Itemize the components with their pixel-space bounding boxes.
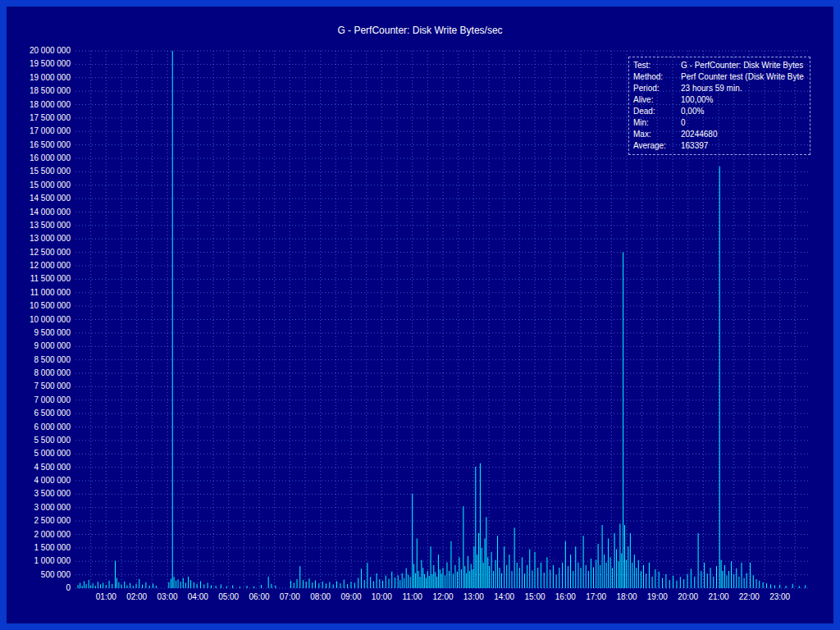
x-axis-label: 09:00 <box>340 592 361 601</box>
y-axis-label: 5 500 000 <box>34 436 71 445</box>
x-axis-label: 20:00 <box>678 592 698 601</box>
y-axis-label: 8 500 000 <box>34 355 71 364</box>
y-axis-label: 19 000 000 <box>30 73 71 82</box>
y-axis-label: 16 000 000 <box>30 153 71 162</box>
y-axis-label: 19 500 000 <box>30 59 71 68</box>
y-axis-label: 13 000 000 <box>30 234 71 243</box>
x-axis-label: 18:00 <box>616 592 637 601</box>
x-axis-label: 02:00 <box>126 592 147 601</box>
x-axis-label: 16:00 <box>555 592 576 601</box>
legend-row-value: 0,00% <box>681 106 806 117</box>
graph-window: 0500 0001 000 0001 500 0002 000 0002 500… <box>0 0 840 630</box>
x-axis-label: 13:00 <box>463 592 484 601</box>
legend-row: Alive:100,00% <box>633 94 806 106</box>
legend-row-value: 163397 <box>681 140 806 152</box>
legend-row-label: Dead: <box>633 106 681 117</box>
y-axis-label: 4 000 000 <box>34 476 71 485</box>
x-axis-label: 12:00 <box>432 592 453 601</box>
y-axis-label: 8 000 000 <box>34 368 71 377</box>
x-axis-label: 06:00 <box>249 592 269 601</box>
y-axis-label: 6 500 000 <box>34 409 71 418</box>
y-axis-label: 7 500 000 <box>34 381 71 390</box>
y-axis-label: 10 500 000 <box>30 301 71 310</box>
y-axis-label: 12 000 000 <box>30 261 71 270</box>
legend-row: Max:20244680 <box>633 129 806 140</box>
y-axis-label: 0 <box>66 583 71 592</box>
legend-row-value: 100,00% <box>681 94 806 106</box>
y-axis-label: 6 000 000 <box>34 422 71 431</box>
legend-row-label: Average: <box>633 140 681 152</box>
y-axis-label: 1 500 000 <box>34 543 71 552</box>
x-axis-label: 05:00 <box>218 592 239 601</box>
y-axis-label: 5 000 000 <box>34 449 71 458</box>
legend-row-label: Alive: <box>633 94 681 106</box>
legend-row: Test:G - PerfCounter: Disk Write Bytes <box>633 60 806 71</box>
y-axis-label: 15 000 000 <box>30 180 71 189</box>
y-axis-label: 3 000 000 <box>34 503 71 512</box>
y-axis-label: 3 500 000 <box>34 489 71 498</box>
y-axis-label: 13 500 000 <box>30 221 71 230</box>
y-axis-label: 15 500 000 <box>30 167 71 176</box>
legend-box: Test:G - PerfCounter: Disk Write BytesMe… <box>628 57 810 155</box>
x-axis-label: 07:00 <box>280 592 300 601</box>
legend-row: Method:Perf Counter test (Disk Write Byt… <box>633 71 806 83</box>
x-axis-label: 08:00 <box>310 592 331 601</box>
legend-row-label: Period: <box>633 83 681 94</box>
y-axis-label: 14 000 000 <box>30 208 71 217</box>
x-axis-label: 15:00 <box>524 592 545 601</box>
x-axis-label: 21:00 <box>708 592 728 601</box>
legend-row: Average:163397 <box>633 140 806 152</box>
y-axis-label: 2 500 000 <box>34 516 71 525</box>
legend-row-label: Test: <box>633 60 681 71</box>
legend-row-value: 20244680 <box>681 129 806 140</box>
legend-row-label: Min: <box>633 117 681 129</box>
legend-row: Period:23 hours 59 min. <box>633 83 806 94</box>
y-axis-label: 4 500 000 <box>34 463 71 472</box>
y-axis-label: 9 000 000 <box>34 341 71 350</box>
y-axis-label: 11 500 000 <box>30 274 71 283</box>
legend-row: Min:0 <box>633 117 806 129</box>
y-axis-label: 10 000 000 <box>30 315 71 324</box>
y-axis-label: 20 000 000 <box>30 46 71 55</box>
y-axis-label: 16 500 000 <box>30 140 71 149</box>
y-axis-label: 12 500 000 <box>30 248 71 257</box>
y-axis-label: 7 000 000 <box>34 395 71 404</box>
legend-row-value: G - PerfCounter: Disk Write Bytes <box>681 60 806 71</box>
x-axis-label: 03:00 <box>157 592 177 601</box>
y-axis-label: 500 000 <box>41 570 71 579</box>
legend-row-value: Perf Counter test (Disk Write Byte <box>681 71 806 83</box>
x-axis-label: 19:00 <box>647 592 668 601</box>
y-axis-label: 17 500 000 <box>30 113 71 122</box>
legend-row-value: 23 hours 59 min. <box>681 83 806 94</box>
y-axis-label: 18 500 000 <box>30 86 71 95</box>
x-axis-label: 17:00 <box>586 592 606 601</box>
y-axis-label: 17 000 000 <box>30 126 71 135</box>
legend-row-label: Max: <box>633 129 681 140</box>
legend-row-value: 0 <box>681 117 806 129</box>
x-axis-label: 01:00 <box>96 592 116 601</box>
y-axis-label: 2 000 000 <box>34 530 71 539</box>
y-axis-label: 1 000 000 <box>34 556 71 565</box>
y-axis-label: 11 000 000 <box>30 288 71 297</box>
x-axis-label: 23:00 <box>769 592 790 601</box>
y-axis-label: 14 500 000 <box>30 194 71 203</box>
y-axis-label: 9 500 000 <box>34 328 71 337</box>
x-axis-label: 22:00 <box>739 592 760 601</box>
legend-row-label: Method: <box>633 71 681 83</box>
x-axis-label: 10:00 <box>372 592 392 601</box>
legend-row: Dead:0,00% <box>633 106 806 117</box>
x-axis-label: 14:00 <box>494 592 514 601</box>
x-axis-label: 04:00 <box>188 592 208 601</box>
chart-title: G - PerfCounter: Disk Write Bytes/sec <box>0 25 840 36</box>
y-axis-label: 18 000 000 <box>30 100 71 109</box>
x-axis-label: 11:00 <box>403 592 423 601</box>
